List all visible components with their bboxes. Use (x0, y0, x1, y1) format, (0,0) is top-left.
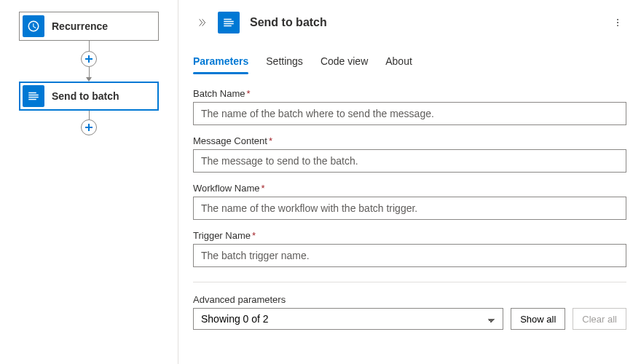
field-batch-name: Batch Name* (193, 88, 626, 125)
details-panel: Send to batch Parameters Settings Code v… (178, 0, 641, 364)
field-workflow-name: Workflow Name* (193, 183, 626, 220)
message-content-input[interactable] (193, 149, 626, 173)
field-label: Batch Name* (193, 88, 626, 99)
batch-icon (23, 85, 44, 107)
add-step-button[interactable] (81, 119, 97, 135)
parameters-form: Batch Name* Message Content* Workflow Na… (178, 75, 641, 364)
connector-end (81, 111, 97, 135)
tab-code-view[interactable]: Code view (320, 51, 368, 74)
required-mark: * (247, 88, 251, 99)
workflow-name-input[interactable] (193, 197, 626, 220)
advanced-label: Advanced parameters (193, 294, 626, 305)
node-recurrence[interactable]: Recurrence (19, 12, 159, 41)
show-all-button[interactable]: Show all (511, 308, 565, 330)
more-button[interactable] (609, 14, 626, 31)
node-send-to-batch[interactable]: Send to batch (19, 82, 159, 111)
tabs: Parameters Settings Code view About (178, 41, 641, 75)
add-step-button[interactable] (81, 51, 97, 67)
clock-icon (23, 15, 44, 37)
batch-icon (218, 12, 240, 33)
connector (81, 41, 97, 82)
svg-point-0 (617, 19, 618, 20)
field-message-content: Message Content* (193, 135, 626, 173)
trigger-name-input[interactable] (193, 244, 626, 267)
field-trigger-name: Trigger Name* (193, 230, 626, 267)
panel-title: Send to batch (250, 16, 609, 29)
advanced-row: Showing 0 of 2 Show all Clear all (193, 308, 626, 330)
divider (193, 282, 626, 282)
svg-point-1 (617, 22, 618, 23)
required-mark: * (269, 135, 272, 146)
batch-name-input[interactable] (193, 102, 626, 125)
required-mark: * (252, 230, 256, 241)
advanced-select[interactable]: Showing 0 of 2 (193, 308, 503, 330)
required-mark: * (261, 183, 265, 194)
node-label: Recurrence (52, 20, 108, 32)
tab-about[interactable]: About (385, 51, 412, 74)
panel-header: Send to batch (178, 0, 641, 41)
clear-all-button[interactable]: Clear all (573, 308, 626, 330)
collapse-button[interactable] (193, 14, 211, 31)
workflow-canvas: Recurrence Send to batch (0, 0, 178, 364)
svg-point-2 (617, 25, 618, 26)
field-label: Trigger Name* (193, 230, 626, 241)
tab-settings[interactable]: Settings (266, 51, 303, 74)
tab-parameters[interactable]: Parameters (193, 51, 248, 74)
field-label: Message Content* (193, 135, 626, 146)
field-label: Workflow Name* (193, 183, 626, 194)
node-label: Send to batch (52, 90, 119, 102)
